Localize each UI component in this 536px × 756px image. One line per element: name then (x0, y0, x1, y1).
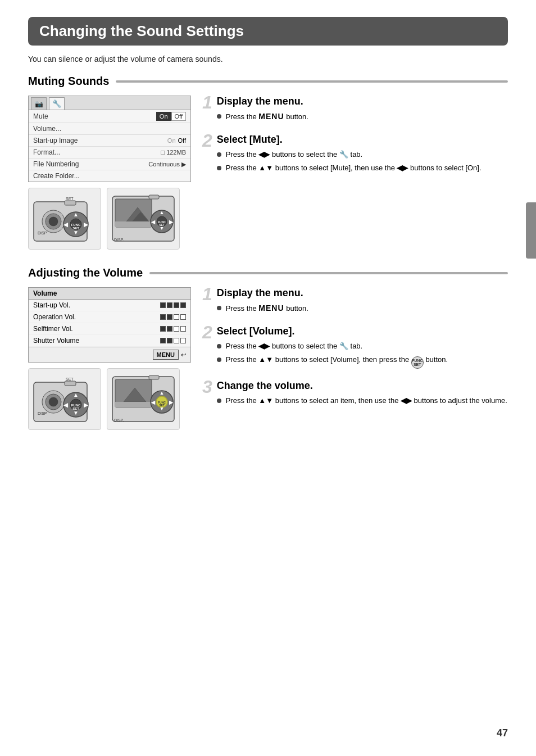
section2-step3: 3 Change the volume. Press the ▲▼ button… (202, 380, 508, 409)
lr-arrows: ◀▶ (258, 150, 270, 159)
menu-row-startup: Start-up Image On Off (29, 135, 190, 147)
svg-rect-12 (65, 201, 76, 205)
svg-text:▲: ▲ (160, 390, 165, 396)
svg-text:▲: ▲ (160, 210, 165, 215)
vol-step1-bullet1: Press the MENU button. (217, 302, 508, 314)
svg-rect-48 (115, 402, 152, 408)
side-tab (526, 202, 536, 259)
svg-text:▶: ▶ (169, 219, 174, 225)
page-title: Changing the Sound Settings (28, 17, 508, 46)
vol-step2-num: 2 (202, 323, 212, 341)
svg-text:◀: ◀ (63, 402, 69, 408)
vol-row-operation: Operation Vol. (29, 311, 190, 323)
section1-body: 📷 🔧 Mute On Off Volume... Start-up Image (28, 96, 508, 250)
ud-arrows3: ▲▼ (258, 396, 273, 405)
svg-text:▲: ▲ (73, 211, 79, 218)
section1-step1: 1 Display the menu. Press the MENU butto… (202, 96, 508, 125)
svg-text:SET: SET (159, 223, 165, 227)
ud-arrows: ▲▼ (258, 164, 273, 172)
step2-content: Select [Mute]. Press the ◀▶ buttons to s… (217, 134, 508, 175)
vol-menu-header: Volume (29, 288, 190, 300)
vol-step1-num: 1 (202, 285, 212, 303)
menu-key: MENU (258, 112, 284, 121)
vol-menu-footer: MENU ↩ (29, 347, 190, 362)
svg-text:DISP: DISP (38, 411, 47, 415)
vol-step2-bullet2: Press the ▲▼ buttons to select [Volume],… (217, 354, 508, 369)
svg-rect-19 (115, 221, 152, 227)
lr-arrows2: ◀▶ (397, 164, 408, 172)
menu-row-mute: Mute On Off (29, 110, 190, 123)
ud-arrows2: ▲▼ (258, 355, 273, 364)
vol-step2-content: Select [Volume]. Press the ◀▶ buttons to… (217, 325, 508, 371)
svg-text:▲: ▲ (73, 392, 79, 398)
camera2-left-img: ▲ ▼ ◀ ▶ FUNC SET DISP SET (28, 368, 101, 430)
menu-row-createfolder: Create Folder... (29, 170, 190, 182)
camera-right-svg: ▲ ▼ ◀ ▶ FUNC SET DISP. (110, 191, 177, 247)
step1-bullet1: Press the MENU button. (217, 111, 508, 123)
bullet-dot (217, 152, 221, 157)
svg-text:SET: SET (72, 407, 79, 410)
vol-step2-heading: Select [Volume]. (217, 325, 508, 337)
svg-text:▼: ▼ (73, 229, 79, 236)
wrench-ref2: 🔧 (339, 342, 348, 350)
section1-steps: 1 Display the menu. Press the MENU butto… (202, 96, 508, 250)
vol-row-shutter: Shutter Volume (29, 335, 190, 347)
step2-bullet1: Press the ◀▶ buttons to select the 🔧 tab… (217, 149, 508, 160)
section2-body: Volume Start-up Vol. Operation Vol. (28, 287, 508, 430)
funcset-btn: FUNCSET (411, 356, 424, 369)
svg-text:SET: SET (72, 227, 79, 230)
menu-row-filenumbering: File Numbering Continuous ▶ (29, 159, 190, 170)
step2-heading: Select [Mute]. (217, 134, 508, 146)
bullet-dot (217, 306, 221, 310)
bullet-dot (217, 166, 221, 170)
bullet-dot (217, 114, 221, 119)
shutter-bar (160, 338, 186, 343)
vol-step3-bullet1: Press the ▲▼ buttons to select an item, … (217, 395, 508, 406)
vol-step3-content: Change the volume. Press the ▲▼ buttons … (217, 380, 508, 409)
lr-arrows4: ◀▶ (401, 396, 412, 405)
operation-bar (160, 314, 186, 320)
startup-bar (160, 302, 186, 308)
section1-line (116, 80, 508, 83)
camera2-right-img: ▲ ▼ ◀ ▶ FUNC SET DISP. (107, 368, 180, 430)
step1-heading: Display the menu. (217, 96, 508, 107)
step1-content: Display the menu. Press the MENU button. (217, 96, 508, 125)
menu-tabs: 📷 🔧 (29, 96, 190, 110)
svg-text:▶: ▶ (84, 221, 89, 228)
camera-tab: 📷 (31, 97, 47, 110)
svg-text:DISP.: DISP. (114, 418, 124, 422)
vol-step3-heading: Change the volume. (217, 380, 508, 392)
svg-rect-28 (149, 195, 159, 199)
svg-text:SET: SET (66, 377, 74, 381)
wrench-tab-ref: 🔧 (339, 150, 348, 159)
camera-left-svg: ▲ ▼ ◀ ▶ FUNC SET DISP SET (31, 191, 98, 247)
svg-rect-57 (149, 375, 159, 379)
vol-menu-box: Volume Start-up Vol. Operation Vol. (28, 287, 191, 363)
wrench-icon: 🔧 (52, 99, 61, 108)
mute-menu-box: 📷 🔧 Mute On Off Volume... Start-up Image (28, 96, 191, 182)
camera-right-img: ▲ ▼ ◀ ▶ FUNC SET DISP. (107, 188, 180, 250)
svg-text:▶: ▶ (169, 400, 174, 405)
camera-icon: 📷 (35, 100, 43, 108)
section2-header: Adjusting the Volume (28, 266, 508, 279)
menu-row-format: Format... □ 122MB (29, 147, 190, 159)
svg-text:◀: ◀ (151, 400, 156, 405)
svg-text:SET: SET (159, 404, 165, 407)
svg-text:▼: ▼ (73, 410, 79, 416)
section1-step2: 2 Select [Mute]. Press the ◀▶ buttons to… (202, 134, 508, 175)
camera-buttons-row: ▲ ▼ ◀ ▶ FUNC SET DISP SET (28, 188, 191, 250)
vol-row-startup: Start-up Vol. (29, 300, 190, 311)
lr-arrows3: ◀▶ (258, 342, 270, 350)
bullet-dot (217, 344, 221, 348)
svg-point-33 (49, 397, 58, 406)
step1-num: 1 (202, 93, 212, 111)
vol-step3-num: 3 (202, 378, 212, 396)
svg-rect-42 (65, 381, 76, 386)
selftimer-bar (160, 326, 186, 332)
section1-header: Muting Sounds (28, 75, 508, 88)
section2-left: Volume Start-up Vol. Operation Vol. (28, 287, 191, 430)
section1-left: 📷 🔧 Mute On Off Volume... Start-up Image (28, 96, 191, 250)
menu-key-box: MENU (153, 350, 179, 360)
section2-step2: 2 Select [Volume]. Press the ◀▶ buttons … (202, 325, 508, 371)
svg-point-3 (49, 217, 58, 226)
